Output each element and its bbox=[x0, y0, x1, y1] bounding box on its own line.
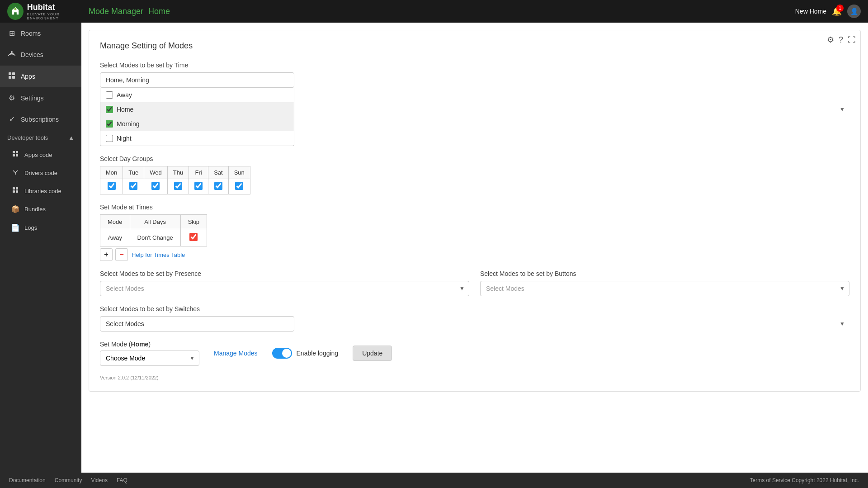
footer-link-docs[interactable]: Documentation bbox=[9, 477, 46, 483]
logo-icon bbox=[7, 3, 24, 20]
wed-checkbox[interactable] bbox=[151, 182, 160, 190]
user-avatar[interactable]: 👤 bbox=[847, 5, 861, 18]
option-night[interactable]: Night bbox=[100, 131, 294, 146]
switches-label: Select Modes to be set by Switches bbox=[100, 305, 849, 313]
sat-checkbox[interactable] bbox=[214, 182, 222, 190]
sidebar-item-settings[interactable]: ⚙ Settings bbox=[0, 87, 81, 109]
footer-link-community[interactable]: Community bbox=[55, 477, 82, 483]
sidebar-item-subscriptions-label: Subscriptions bbox=[21, 116, 59, 123]
row-mode-away: Away bbox=[100, 229, 130, 246]
logging-label: Enable logging bbox=[297, 350, 339, 357]
row-all-days-away: Don't Change bbox=[130, 229, 180, 246]
notification-badge: 1 bbox=[836, 5, 844, 12]
tue-checkbox[interactable] bbox=[129, 182, 137, 190]
footer-links: Documentation Community Videos FAQ bbox=[9, 477, 127, 483]
skip-checkbox-away[interactable] bbox=[189, 233, 198, 241]
day-groups-label: Select Day Groups bbox=[100, 155, 849, 162]
brand-name: Hubitat bbox=[27, 3, 89, 12]
fri-checkbox[interactable] bbox=[194, 182, 203, 190]
subscriptions-icon: ✓ bbox=[7, 115, 16, 123]
panel-toolbar: ⚙ ? ⛶ bbox=[827, 35, 856, 45]
day-header-thu: Thu bbox=[167, 166, 189, 179]
sidebar-item-logs[interactable]: 📄 Logs bbox=[0, 218, 81, 237]
day-header-sat: Sat bbox=[208, 166, 229, 179]
toggle-thumb bbox=[282, 349, 291, 358]
times-table-section: Set Mode at Times Mode All Days Skip Awa… bbox=[100, 204, 849, 261]
sidebar-item-libraries-code[interactable]: Libraries code bbox=[0, 182, 81, 200]
sun-checkbox[interactable] bbox=[235, 182, 243, 190]
choose-mode-dropdown: Choose Mode ▼ bbox=[100, 351, 199, 366]
option-morning[interactable]: Morning bbox=[100, 117, 294, 131]
fullscreen-button[interactable]: ⛶ bbox=[848, 35, 856, 45]
help-button[interactable]: ? bbox=[839, 35, 843, 45]
devices-icon bbox=[7, 50, 16, 59]
away-label: Away bbox=[117, 91, 132, 99]
add-row-button[interactable]: + bbox=[100, 248, 113, 261]
morning-checkbox[interactable] bbox=[106, 120, 113, 128]
buttons-dropdown-container: Select Modes ▼ bbox=[480, 281, 849, 296]
footer-link-videos[interactable]: Videos bbox=[91, 477, 107, 483]
apps-code-label: Apps code bbox=[24, 152, 52, 158]
remove-row-button[interactable]: − bbox=[115, 248, 128, 261]
day-header-sun: Sun bbox=[228, 166, 250, 179]
logging-toggle[interactable] bbox=[272, 348, 292, 359]
presence-buttons-row: Select Modes to be set by Presence Selec… bbox=[100, 270, 849, 296]
libraries-code-label: Libraries code bbox=[24, 188, 61, 194]
svg-point-0 bbox=[14, 8, 16, 10]
dev-tools-label: Developer tools bbox=[7, 134, 48, 141]
header-title: Mode Manager Home bbox=[89, 7, 795, 16]
option-away[interactable]: Away bbox=[100, 88, 294, 102]
panel-body: Manage Setting of Modes Select Modes to … bbox=[89, 30, 860, 391]
night-checkbox[interactable] bbox=[106, 135, 113, 142]
footer-copyright: Terms of Service Copyright 2022 Hubitat,… bbox=[750, 477, 859, 483]
mon-checkbox[interactable] bbox=[108, 182, 116, 190]
help-times-link[interactable]: Help for Times Table bbox=[132, 251, 185, 258]
switches-section: Select Modes to be set by Switches Selec… bbox=[100, 305, 849, 332]
footer-link-faq[interactable]: FAQ bbox=[117, 477, 127, 483]
logging-toggle-container: Enable logging bbox=[272, 348, 339, 359]
version-text: Version 2.0.2 (12/11/2022) bbox=[100, 375, 849, 380]
presence-label: Select Modes to be set by Presence bbox=[100, 270, 469, 277]
sidebar-item-apps[interactable]: Apps bbox=[0, 66, 81, 87]
switches-modes-select[interactable]: Select Modes bbox=[100, 316, 294, 332]
day-groups-table: Mon Tue Wed Thu Fri Sat Sun bbox=[100, 166, 250, 194]
sidebar-item-rooms[interactable]: ⊞ Rooms bbox=[0, 23, 81, 44]
thu-checkbox[interactable] bbox=[174, 182, 182, 190]
col-skip: Skip bbox=[180, 215, 207, 229]
sidebar-item-drivers-code[interactable]: Drivers code bbox=[0, 164, 81, 182]
presence-dropdown-container: Select Modes ▼ bbox=[100, 281, 469, 296]
logs-label: Logs bbox=[24, 224, 37, 231]
switches-dropdown-container: Select Modes ▼ bbox=[100, 316, 849, 332]
option-home[interactable]: Home bbox=[100, 102, 294, 117]
set-mode-label: Set Mode (Home) bbox=[100, 341, 199, 348]
rooms-icon: ⊞ bbox=[7, 29, 16, 38]
sidebar-item-bundles[interactable]: 📦 Bundles bbox=[0, 200, 81, 218]
update-button[interactable]: Update bbox=[353, 346, 392, 361]
sidebar-item-subscriptions[interactable]: ✓ Subscriptions bbox=[0, 109, 81, 130]
sidebar-item-apps-label: Apps bbox=[21, 73, 35, 80]
notification-button[interactable]: 🔔 1 bbox=[832, 6, 842, 16]
away-checkbox[interactable] bbox=[106, 91, 113, 99]
set-mode-group: Set Mode (Home) Choose Mode ▼ bbox=[100, 341, 199, 366]
developer-tools-section[interactable]: Developer tools ▲ bbox=[0, 130, 81, 146]
svg-rect-11 bbox=[13, 187, 15, 190]
svg-rect-2 bbox=[9, 72, 11, 75]
svg-rect-12 bbox=[16, 187, 18, 190]
home-checkbox[interactable] bbox=[106, 106, 113, 113]
manage-modes-link[interactable]: Manage Modes bbox=[214, 350, 258, 357]
sidebar-item-devices[interactable]: Devices bbox=[0, 44, 81, 66]
home-name: New Home bbox=[795, 8, 826, 15]
svg-rect-4 bbox=[9, 76, 11, 79]
time-modes-select[interactable]: Home, Morning bbox=[100, 72, 294, 88]
choose-mode-select[interactable]: Choose Mode bbox=[100, 351, 199, 366]
sidebar-item-apps-code[interactable]: Apps code bbox=[0, 146, 81, 164]
settings-button[interactable]: ⚙ bbox=[827, 35, 834, 45]
day-header-tue: Tue bbox=[123, 166, 144, 179]
settings-icon: ⚙ bbox=[7, 94, 16, 102]
times-table: Mode All Days Skip Away Don't Change bbox=[100, 214, 207, 246]
buttons-modes-select[interactable]: Select Modes bbox=[480, 281, 849, 296]
presence-modes-select[interactable]: Select Modes bbox=[100, 281, 469, 296]
home-label: Home bbox=[117, 106, 133, 113]
day-groups-section: Select Day Groups Mon Tue Wed Thu Fri Sa… bbox=[100, 155, 849, 194]
svg-rect-13 bbox=[13, 190, 15, 193]
